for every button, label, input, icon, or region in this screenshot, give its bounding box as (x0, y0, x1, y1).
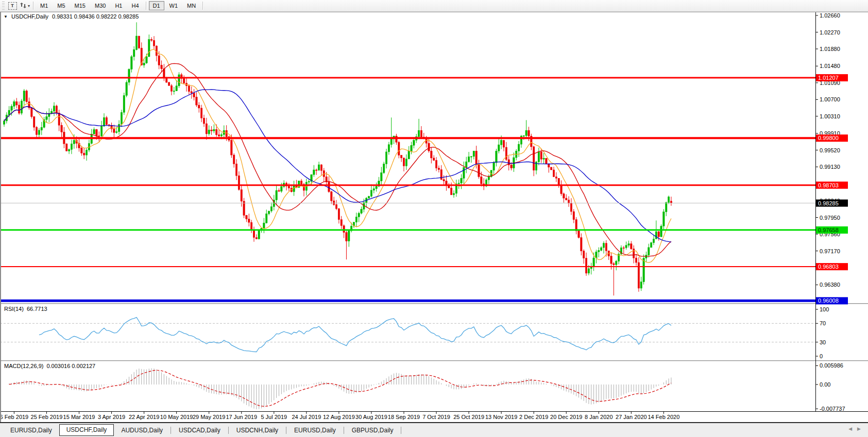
svg-text:5 Jul 2019: 5 Jul 2019 (261, 414, 287, 420)
chart-canvas: 1.026601.022701.018801.014801.010901.007… (0, 0, 868, 437)
timeframe-button-MN[interactable]: MN (183, 1, 200, 10)
svg-text:30: 30 (820, 339, 826, 345)
chart-titlebar: ▼ USDCHF,Daily 0.98331 0.98436 0.98222 0… (4, 13, 139, 20)
symbol-dropdown-icon[interactable]: ▼ (4, 14, 8, 19)
toolbar-separator (33, 2, 33, 10)
svg-text:2 Dec 2019: 2 Dec 2019 (519, 414, 548, 420)
toolbar-separator (202, 2, 203, 10)
rsi-name: RSI(14) (4, 306, 24, 312)
svg-text:25 Feb 2019: 25 Feb 2019 (31, 414, 63, 420)
timeframe-button-D1[interactable]: D1 (149, 1, 164, 10)
timeframe-button-W1[interactable]: W1 (165, 1, 182, 10)
svg-text:8 Jan 2020: 8 Jan 2020 (585, 414, 612, 420)
macd-name: MACD(12,26,9) (4, 363, 43, 369)
text-tool-icon: T (8, 2, 17, 10)
svg-text:20 Dec 2019: 20 Dec 2019 (550, 414, 582, 420)
svg-text:0.00: 0.00 (820, 381, 830, 388)
svg-text:27 Jan 2020: 27 Jan 2020 (616, 414, 647, 420)
svg-text:22 Apr 2019: 22 Apr 2019 (129, 414, 159, 420)
svg-text:0.98285: 0.98285 (818, 200, 839, 206)
chart-tab-usdchf-1[interactable]: USDCHF,Daily (59, 424, 114, 436)
svg-text:0.96008: 0.96008 (818, 298, 839, 304)
svg-text:-0.007737: -0.007737 (820, 406, 845, 412)
tab-separator (228, 427, 229, 434)
svg-text:10 May 2019: 10 May 2019 (160, 414, 193, 420)
tab-separator (344, 427, 344, 434)
tab-separator (401, 427, 401, 434)
tab-separator (286, 427, 286, 434)
toolbar-grip[interactable] (2, 2, 5, 10)
svg-text:15 Mar 2019: 15 Mar 2019 (63, 414, 95, 420)
arrange-arrows-icon (20, 2, 27, 10)
chart-ohlc-values: 0.98331 0.98436 0.98222 0.98285 (52, 13, 139, 20)
svg-text:0.97170: 0.97170 (820, 248, 840, 254)
tabs-scroll-left-icon[interactable]: ◀ (848, 426, 852, 431)
timeframe-button-M30[interactable]: M30 (91, 1, 110, 10)
chart-tab-eurusd-0[interactable]: EURUSD,Daily (3, 425, 59, 436)
svg-text:70: 70 (820, 320, 826, 326)
chart-tab-usdcnh-4[interactable]: USDCNH,Daily (229, 425, 285, 436)
svg-text:0.96803: 0.96803 (818, 264, 839, 270)
svg-text:0.005986: 0.005986 (820, 362, 843, 369)
chart-tab-eurusd-5[interactable]: EURUSD,Daily (287, 425, 343, 436)
chart-window-left-border (0, 11, 1, 437)
svg-text:1.02660: 1.02660 (820, 12, 840, 19)
svg-text:1.01480: 1.01480 (820, 63, 840, 69)
svg-text:25 Oct 2019: 25 Oct 2019 (453, 414, 484, 420)
svg-text:100: 100 (820, 306, 829, 312)
timeframe-button-M1[interactable]: M1 (36, 1, 52, 10)
chart-tab-audusd-2[interactable]: AUDUSD,Daily (114, 425, 170, 436)
text-tool-button[interactable]: T (7, 1, 18, 11)
svg-text:6 Feb 2019: 6 Feb 2019 (0, 414, 28, 420)
timeframe-button-H1[interactable]: H1 (111, 1, 126, 10)
svg-text:13 Nov 2019: 13 Nov 2019 (485, 414, 517, 420)
tab-separator (171, 427, 171, 434)
svg-text:0.97658: 0.97658 (818, 227, 839, 233)
svg-text:7 Oct 2019: 7 Oct 2019 (422, 414, 450, 420)
macd-values: 0.003016 0.002127 (46, 363, 95, 369)
svg-text:1.00310: 1.00310 (820, 113, 840, 119)
chart-symbol-title: USDCHF,Daily (11, 13, 48, 20)
chart-tab-gbpusd-6[interactable]: GBPUSD,Daily (345, 425, 401, 436)
svg-text:1.01880: 1.01880 (820, 46, 840, 52)
svg-text:1.01207: 1.01207 (818, 75, 839, 81)
timeframe-button-H4[interactable]: H4 (127, 1, 143, 10)
svg-text:0.99130: 0.99130 (820, 164, 840, 170)
svg-text:18 Sep 2019: 18 Sep 2019 (388, 414, 420, 420)
svg-text:30 Aug 2019: 30 Aug 2019 (355, 414, 387, 420)
svg-text:12 Aug 2019: 12 Aug 2019 (323, 414, 355, 420)
svg-text:14 Feb 2020: 14 Feb 2020 (648, 414, 680, 420)
timeframe-buttons: M1M5M15M30H1H4D1W1MN (36, 1, 200, 10)
svg-text:24 Jul 2019: 24 Jul 2019 (292, 414, 321, 420)
svg-text:3 Apr 2019: 3 Apr 2019 (98, 414, 125, 420)
svg-text:0.96380: 0.96380 (820, 282, 840, 288)
toolbar-separator (146, 2, 146, 10)
timeframe-button-M5[interactable]: M5 (53, 1, 69, 10)
chart-tab-usdcad-3[interactable]: USDCAD,Daily (172, 425, 228, 436)
svg-text:0.99520: 0.99520 (820, 147, 840, 153)
chart-tab-bar: EURUSD,DailyUSDCHF,DailyAUDUSD,DailyUSDC… (0, 422, 868, 437)
rsi-value: 66.7713 (27, 306, 47, 312)
timeframe-button-M15[interactable]: M15 (71, 1, 90, 10)
svg-text:0.99800: 0.99800 (818, 135, 839, 141)
rsi-indicator-label: RSI(14) 66.7713 (4, 306, 47, 312)
chart-tabs: EURUSD,DailyUSDCHF,DailyAUDUSD,DailyUSDC… (0, 425, 848, 436)
svg-text:29 May 2019: 29 May 2019 (193, 414, 226, 420)
svg-text:0.97950: 0.97950 (820, 215, 840, 221)
arrange-arrows-button[interactable]: ▾ (19, 1, 30, 11)
svg-text:1.00700: 1.00700 (820, 96, 840, 102)
dropdown-caret-icon: ▾ (28, 4, 30, 8)
svg-text:0: 0 (820, 353, 823, 359)
macd-indicator-label: MACD(12,26,9) 0.003016 0.002127 (4, 363, 95, 369)
tabs-scroll-right-icon[interactable]: ▶ (857, 426, 861, 431)
svg-text:1.02270: 1.02270 (820, 29, 840, 36)
svg-text:0.98703: 0.98703 (818, 182, 839, 188)
top-toolbar: T ▾ M1M5M15M30H1H4D1W1MN (0, 0, 868, 12)
svg-text:17 Jun 2019: 17 Jun 2019 (226, 414, 257, 420)
